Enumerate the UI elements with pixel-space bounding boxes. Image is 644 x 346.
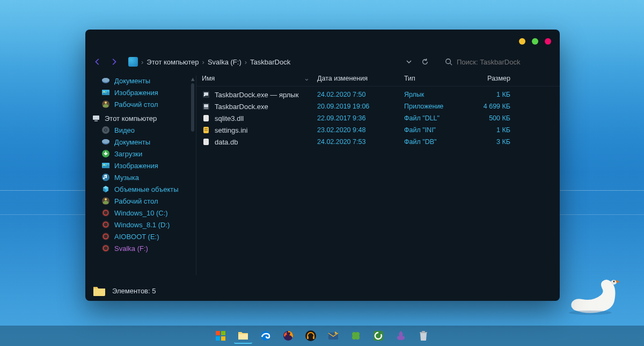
file-row[interactable]: data.db24.02.2020 7:53Файл "DB"3 КБ [202, 136, 560, 148]
sidebar-item[interactable]: Изображения [90, 86, 192, 98]
breadcrumb-separator: › [141, 58, 143, 66]
history-dropdown[interactable] [403, 56, 415, 68]
desktop-icon [101, 100, 110, 109]
sidebar-item-label: Этот компьютер [105, 114, 157, 122]
taskbar-clover-icon[interactable] [347, 328, 365, 344]
file-row[interactable]: sqlite3.dll22.09.2017 9:36Файл "DLL"500 … [202, 112, 560, 124]
sidebar-item-label: Svalka (F:) [114, 244, 148, 253]
svg-point-22 [105, 198, 107, 200]
sidebar-item[interactable]: Рабочий стол [90, 195, 192, 207]
svg-rect-45 [238, 334, 248, 340]
file-size: 4 699 КБ [469, 103, 522, 110]
file-row[interactable]: TaskbarDock.exe20.09.2019 19:06Приложени… [202, 100, 560, 112]
sidebar-item[interactable]: AIOBOOT (E:) [90, 230, 192, 242]
minimize-button[interactable] [519, 38, 525, 45]
back-button[interactable] [92, 56, 104, 68]
scroll-up-icon[interactable]: ▴ [191, 76, 194, 81]
file-name: sqlite3.dll [215, 114, 244, 122]
forward-button[interactable] [108, 56, 120, 68]
svg-rect-57 [420, 332, 427, 333]
sidebar-item[interactable]: Объемные объекты [90, 183, 192, 195]
titlebar [85, 30, 560, 53]
drive-red-icon [101, 232, 110, 241]
sidebar-item[interactable]: Рабочий стол [90, 98, 192, 110]
file-date: 20.09.2019 19:06 [317, 103, 404, 110]
sidebar-item[interactable]: Windows_8.1 (D:) [90, 219, 192, 230]
taskbar-thunderbird-icon[interactable] [324, 328, 342, 344]
breadcrumb-root[interactable]: Этот компьютер [147, 58, 199, 66]
file-row[interactable]: TaskbarDock.exe — ярлык24.02.2020 7:50Яр… [202, 89, 560, 100]
file-date: 24.02.2020 7:53 [317, 138, 404, 146]
taskbar-lightshot-icon[interactable] [392, 328, 410, 344]
svg-point-0 [613, 281, 615, 283]
3d-icon [101, 185, 110, 193]
sidebar-item[interactable]: Windows_10 (C:) [90, 207, 192, 219]
file-size: 1 КБ [469, 126, 522, 134]
file-icon [202, 114, 210, 122]
sidebar-item[interactable]: Документы [90, 75, 192, 86]
search-box[interactable] [445, 58, 553, 66]
svg-rect-58 [422, 331, 425, 332]
sidebar-item[interactable]: Видео [90, 124, 192, 136]
file-type: Файл "DLL" [404, 114, 469, 122]
svg-point-9 [105, 102, 107, 104]
sidebar-scrollbar[interactable]: ▴ [191, 76, 194, 275]
refresh-button[interactable] [419, 56, 431, 68]
svg-rect-35 [204, 108, 208, 109]
sidebar-item-label: Windows_8.1 (D:) [114, 221, 170, 229]
column-type[interactable]: Тип [404, 75, 469, 82]
music-icon [101, 173, 110, 182]
breadcrumb-folder[interactable]: TaskbarDock [250, 58, 290, 66]
file-size: 3 КБ [469, 138, 522, 146]
file-type: Приложение [404, 103, 469, 110]
search-input[interactable] [457, 58, 553, 66]
file-icon [202, 126, 210, 134]
sidebar-item-label: Музыка [114, 174, 139, 182]
file-type: Файл "INI" [404, 126, 469, 134]
sidebar-item[interactable]: Svalka (F:) [90, 242, 192, 254]
svg-rect-41 [216, 331, 220, 335]
file-icon [202, 90, 210, 99]
sidebar-this-pc[interactable]: Этот компьютер [90, 112, 192, 124]
breadcrumb: › Этот компьютер › Svalka (F:) › Taskbar… [128, 57, 290, 67]
sidebar-item-label: Windows_10 (C:) [114, 209, 168, 217]
column-headers: Имя⌄ Дата изменения Тип Размер [196, 70, 560, 86]
sidebar-item[interactable]: Документы [90, 136, 192, 148]
column-date[interactable]: Дата изменения [317, 75, 404, 82]
svg-rect-38 [204, 128, 208, 129]
drive-red-icon [101, 244, 110, 253]
status-text: Элементов: 5 [112, 287, 156, 295]
file-size: 500 КБ [469, 114, 522, 122]
taskbar-start-icon[interactable] [211, 328, 230, 344]
pc-icon [92, 114, 100, 122]
sidebar-item[interactable]: Изображения [90, 160, 192, 171]
scrollbar-thumb[interactable] [191, 83, 194, 132]
sidebar-item-label: Видео [114, 126, 135, 134]
sidebar-item-label: Рабочий стол [114, 197, 158, 205]
breadcrumb-drive[interactable]: Svalka (F:) [208, 58, 241, 66]
column-size[interactable]: Размер [469, 75, 522, 82]
search-icon [445, 58, 452, 66]
taskbar-explorer-icon[interactable] [234, 328, 252, 344]
taskbar-trash-icon[interactable] [414, 328, 433, 344]
sidebar-item[interactable]: Музыка [90, 171, 192, 183]
close-button[interactable] [545, 38, 551, 45]
column-name[interactable]: Имя⌄ [202, 74, 317, 82]
svg-point-5 [102, 78, 109, 82]
images-icon [101, 161, 110, 170]
taskbar-edge-icon[interactable] [257, 328, 275, 344]
svg-rect-11 [94, 120, 98, 121]
file-row[interactable]: settings.ini23.02.2020 9:48Файл "INI"1 К… [202, 124, 560, 136]
taskbar-camtasia-icon[interactable] [369, 328, 387, 344]
taskbar-firefox-icon[interactable] [279, 328, 297, 344]
sidebar-item-label: Документы [114, 138, 150, 146]
folder-icon [92, 284, 107, 297]
maximize-button[interactable] [532, 38, 538, 45]
file-name: data.db [215, 138, 238, 146]
taskbar-headphones-icon[interactable] [302, 328, 320, 344]
breadcrumb-separator: › [202, 58, 204, 66]
sidebar-item[interactable]: Загрузки [90, 148, 192, 160]
sidebar: ДокументыИзображенияРабочий стол Этот ко… [85, 70, 196, 280]
wallpaper-swan [564, 263, 628, 316]
svg-point-2 [446, 59, 451, 64]
